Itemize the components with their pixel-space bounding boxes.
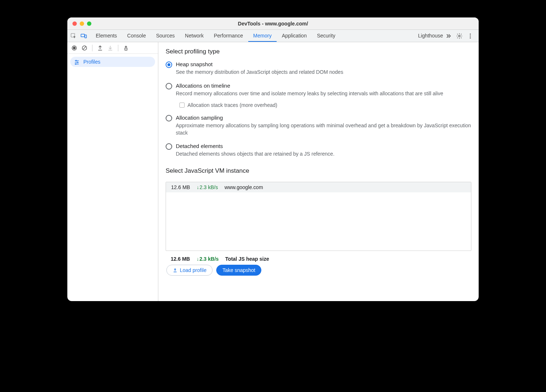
option-heap-snapshot[interactable]: Heap snapshot See the memory distributio… xyxy=(166,61,471,76)
tab-application[interactable]: Application xyxy=(277,30,312,42)
vm-instance-row[interactable]: 12.6 MB 2.3 kB/s www.google.com xyxy=(166,182,471,192)
profiling-heading: Select profiling type xyxy=(166,48,471,55)
option-title: Heap snapshot xyxy=(176,61,343,67)
svg-point-8 xyxy=(73,47,75,49)
tab-sources[interactable]: Sources xyxy=(151,30,180,42)
vm-size: 12.6 MB xyxy=(171,184,190,190)
traffic-lights xyxy=(67,21,91,26)
tab-console[interactable]: Console xyxy=(122,30,151,42)
sub-option-label: Allocation stack traces (more overhead) xyxy=(187,102,277,108)
option-title: Allocations on timeline xyxy=(176,83,443,89)
radio-heap-snapshot[interactable] xyxy=(166,61,172,68)
sidebar-item-label: Profiles xyxy=(83,59,100,65)
upload-icon[interactable] xyxy=(97,45,103,51)
settings-gear-icon[interactable] xyxy=(456,33,463,39)
inspect-element-icon[interactable] xyxy=(70,33,77,39)
collect-garbage-icon[interactable] xyxy=(123,45,129,51)
total-size: 12.6 MB xyxy=(171,256,190,262)
tab-network[interactable]: Network xyxy=(180,30,209,42)
titlebar: DevTools - www.google.com/ xyxy=(67,17,479,30)
content-panel: Select profiling type Heap snapshot See … xyxy=(158,42,479,301)
svg-point-15 xyxy=(77,62,78,63)
panel-tabs: Elements Console Sources Network Perform… xyxy=(91,30,445,42)
svg-rect-2 xyxy=(85,35,87,38)
more-tabs-icon[interactable] xyxy=(445,33,452,39)
svg-point-6 xyxy=(470,37,471,38)
radio-allocations-timeline[interactable] xyxy=(166,83,172,89)
option-allocation-sampling[interactable]: Allocation sampling Approximate memory a… xyxy=(166,115,471,136)
svg-point-5 xyxy=(470,35,471,36)
tab-memory[interactable]: Memory xyxy=(248,30,277,42)
option-desc: Record memory allocations over time and … xyxy=(176,90,443,97)
option-detached-elements[interactable]: Detached elements Detached elements show… xyxy=(166,143,471,158)
download-icon[interactable] xyxy=(107,45,114,51)
tab-elements[interactable]: Elements xyxy=(91,30,122,42)
kebab-menu-icon[interactable] xyxy=(467,33,474,39)
maximize-button[interactable] xyxy=(87,21,91,26)
devtools-window: DevTools - www.google.com/ Elements Cons… xyxy=(67,17,479,301)
tab-performance[interactable]: Performance xyxy=(209,30,248,42)
vm-instance-list: 12.6 MB 2.3 kB/s www.google.com xyxy=(166,182,471,251)
checkbox-stack-traces[interactable] xyxy=(179,103,185,108)
total-label: Total JS heap size xyxy=(225,256,269,262)
vm-heading: Select JavaScript VM instance xyxy=(166,167,471,175)
radio-allocation-sampling[interactable] xyxy=(166,115,172,121)
main-area: Profiles Select profiling type Heap snap… xyxy=(67,42,479,301)
sidebar-item-profiles[interactable]: Profiles xyxy=(70,57,155,67)
window-title: DevTools - www.google.com/ xyxy=(67,21,479,27)
sidebar: Profiles xyxy=(67,42,158,301)
button-label: Load profile xyxy=(180,267,206,273)
total-heap-stats: 12.6 MB 2.3 kB/s Total JS heap size xyxy=(166,251,471,265)
svg-point-4 xyxy=(470,33,471,35)
option-desc: Approximate memory allocations by sampli… xyxy=(176,122,471,136)
svg-point-17 xyxy=(75,64,76,65)
record-icon[interactable] xyxy=(71,45,78,51)
vm-rate: 2.3 kB/s xyxy=(197,184,218,190)
clear-icon[interactable] xyxy=(81,45,88,51)
option-desc: Detached elements shows objects that are… xyxy=(176,151,335,158)
svg-point-3 xyxy=(459,35,460,37)
radio-detached-elements[interactable] xyxy=(166,143,172,150)
sliders-icon xyxy=(74,59,80,65)
sidebar-toolbar xyxy=(67,42,158,54)
footer-buttons: Load profile Take snapshot xyxy=(166,265,471,276)
tab-security[interactable]: Security xyxy=(312,30,341,42)
tab-bar: Elements Console Sources Network Perform… xyxy=(67,30,479,42)
button-label: Take snapshot xyxy=(222,267,255,273)
svg-point-13 xyxy=(76,60,77,61)
minimize-button[interactable] xyxy=(80,21,84,26)
tab-lighthouse[interactable]: Lighthouse xyxy=(413,30,445,42)
option-title: Detached elements xyxy=(176,143,335,149)
option-title: Allocation sampling xyxy=(176,115,471,121)
close-button[interactable] xyxy=(72,21,77,26)
option-desc: See the memory distribution of JavaScrip… xyxy=(176,69,343,76)
device-toggle-icon[interactable] xyxy=(80,33,87,39)
option-allocations-timeline[interactable]: Allocations on timeline Record memory al… xyxy=(166,83,471,108)
total-rate: 2.3 kB/s xyxy=(197,256,219,262)
take-snapshot-button[interactable]: Take snapshot xyxy=(216,265,261,276)
vm-host: www.google.com xyxy=(225,184,263,190)
svg-line-10 xyxy=(83,46,86,49)
sub-option-stack-traces[interactable]: Allocation stack traces (more overhead) xyxy=(179,102,443,108)
svg-rect-1 xyxy=(81,34,85,37)
upload-icon xyxy=(173,268,178,273)
svg-rect-11 xyxy=(125,48,127,50)
load-profile-button[interactable]: Load profile xyxy=(166,265,213,276)
